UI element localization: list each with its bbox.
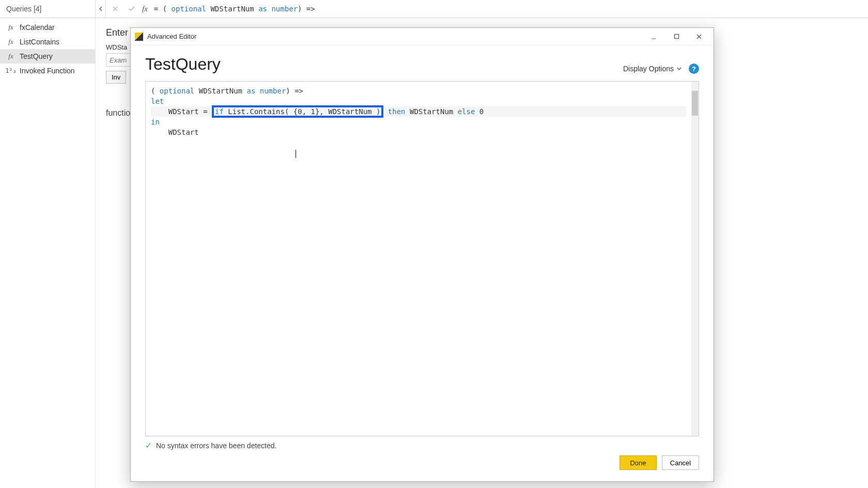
code-line-1: ( optional WDStartNum as number) =>: [151, 87, 303, 95]
code-line-2: let: [151, 97, 164, 105]
syntax-status-bar: ✓ No syntax errors have been detected.: [131, 436, 714, 452]
code-editor-frame: ( optional WDStartNum as number) => let …: [145, 81, 699, 436]
number-type-icon: 1²₃: [6, 66, 16, 75]
scrollbar-thumb[interactable]: [692, 91, 698, 116]
queries-panel-header: Queries [4]: [0, 0, 96, 18]
formula-bar: fx = ( optional WDStartNum as number) =>: [106, 0, 868, 18]
close-icon: [696, 34, 702, 40]
syntax-status-text: No syntax errors have been detected.: [156, 442, 276, 450]
query-label: TestQuery: [20, 52, 53, 60]
function-icon: fx: [6, 37, 16, 46]
query-name-heading: TestQuery: [145, 55, 221, 74]
maximize-button[interactable]: [665, 29, 688, 44]
dialog-title: Advanced Editor: [147, 33, 642, 40]
minimize-button[interactable]: [642, 29, 665, 44]
code-editor[interactable]: ( optional WDStartNum as number) => let …: [146, 82, 691, 436]
formula-text: = ( optional WDStartNum as number) =>: [154, 5, 315, 13]
check-icon: ✓: [145, 440, 152, 450]
code-line-4: in: [151, 118, 160, 126]
query-item-invoked-function[interactable]: 1²₃ Invoked Function: [0, 64, 95, 78]
accept-formula-button[interactable]: [125, 2, 139, 16]
cancel-button[interactable]: Cancel: [662, 455, 699, 470]
chevron-down-icon: [677, 67, 681, 70]
query-label: fxCalendar: [20, 23, 55, 32]
code-line-5: WDStart: [151, 128, 199, 136]
chevron-left-icon: [98, 6, 103, 11]
dialog-button-row: Done Cancel: [131, 452, 714, 481]
display-options-label: Display Options: [623, 65, 674, 73]
help-button[interactable]: ?: [689, 64, 699, 74]
done-button[interactable]: Done: [619, 455, 657, 470]
advanced-editor-dialog: Advanced Editor TestQuery Display Option…: [130, 27, 714, 482]
x-icon: [112, 6, 118, 12]
fx-icon: fx: [142, 5, 148, 13]
minimize-icon: [650, 34, 657, 40]
query-item-listcontains[interactable]: fx ListContains: [0, 35, 95, 49]
invoke-button[interactable]: Inv: [106, 71, 126, 84]
display-options-dropdown[interactable]: Display Options: [623, 65, 681, 73]
collapse-sidebar-button[interactable]: [96, 0, 106, 18]
function-icon: fx: [6, 23, 16, 32]
function-icon: fx: [6, 52, 16, 61]
close-button[interactable]: [688, 29, 710, 44]
queries-sidebar: fx fxCalendar fx ListContains fx TestQue…: [0, 18, 96, 488]
cancel-formula-button[interactable]: [108, 2, 122, 16]
svg-rect-0: [674, 35, 678, 39]
top-bar: Queries [4] fx = ( optional WDStartNum a…: [0, 0, 868, 18]
dialog-header: TestQuery Display Options ?: [131, 45, 714, 81]
query-item-testquery[interactable]: fx TestQuery: [0, 49, 95, 64]
formula-input[interactable]: = ( optional WDStartNum as number) =>: [151, 2, 868, 15]
check-icon: [128, 6, 135, 12]
dialog-tools: Display Options ?: [623, 64, 699, 74]
text-cursor: [296, 148, 296, 158]
query-label: Invoked Function: [20, 67, 75, 75]
dialog-titlebar[interactable]: Advanced Editor: [131, 28, 714, 45]
selection-highlight: if List.Contains( {0, 1}, WDStartNum ): [212, 105, 383, 118]
powerbi-logo-icon: [135, 33, 143, 41]
query-label: ListContains: [20, 38, 59, 46]
vertical-scrollbar[interactable]: [691, 82, 699, 436]
code-line-3: WDStart = if List.Contains( {0, 1}, WDSt…: [151, 106, 686, 117]
maximize-icon: [674, 34, 679, 39]
query-item-fxcalendar[interactable]: fx fxCalendar: [0, 20, 95, 35]
